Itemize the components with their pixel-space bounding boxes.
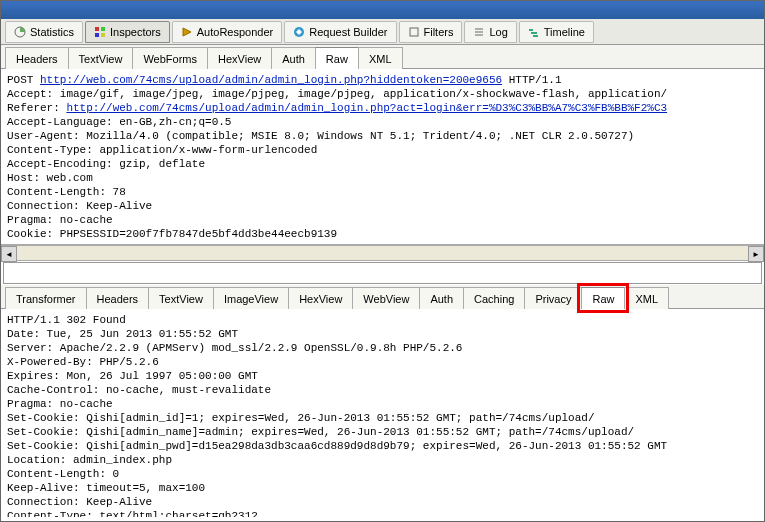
resp-tab-xml[interactable]: XML <box>624 287 669 309</box>
resp-tab-headers[interactable]: Headers <box>86 287 150 309</box>
request-raw-panel[interactable]: POST http://web.com/74cms/upload/admin/a… <box>1 69 764 245</box>
resp-tab-privacy[interactable]: Privacy <box>524 287 582 309</box>
resp-tab-headers-label: Headers <box>97 293 139 305</box>
req-tab-raw[interactable]: Raw <box>315 47 359 69</box>
resp-tab-textview[interactable]: TextView <box>148 287 214 309</box>
tab-autoresponder[interactable]: AutoResponder <box>172 21 282 43</box>
resp-expires: Expires: Mon, 26 Jul 1997 05:00:00 GMT <box>7 370 258 382</box>
svg-rect-12 <box>533 35 538 37</box>
timeline-icon <box>528 26 540 38</box>
resp-tab-imageview[interactable]: ImageView <box>213 287 289 309</box>
resp-tab-transformer-label: Transformer <box>16 293 76 305</box>
tab-autoresponder-label: AutoResponder <box>197 26 273 38</box>
filters-icon <box>408 26 420 38</box>
req-tab-textview[interactable]: TextView <box>68 47 134 69</box>
request-method: POST <box>7 74 40 86</box>
resp-tab-auth-label: Auth <box>430 293 453 305</box>
resp-tab-raw-label: Raw <box>592 293 614 305</box>
resp-tab-xml-label: XML <box>635 293 658 305</box>
svg-rect-11 <box>531 32 537 34</box>
stats-icon <box>14 26 26 38</box>
svg-rect-3 <box>95 33 99 37</box>
tab-log-label: Log <box>489 26 507 38</box>
resp-setcookie2: Set-Cookie: Qishi[admin_name]=admin; exp… <box>7 426 634 438</box>
svg-rect-6 <box>410 28 418 36</box>
resp-cachecontrol: Cache-Control: no-cache, must-revalidate <box>7 384 271 396</box>
req-tab-textview-label: TextView <box>79 53 123 65</box>
resp-contenttype: Content-Type: text/html;charset=gb2312 <box>7 510 258 517</box>
resp-connection: Connection: Keep-Alive <box>7 496 152 508</box>
svg-rect-2 <box>101 27 105 31</box>
tab-statistics[interactable]: Statistics <box>5 21 83 43</box>
req-tab-auth[interactable]: Auth <box>271 47 316 69</box>
tab-timeline-label: Timeline <box>544 26 585 38</box>
req-tab-webforms[interactable]: WebForms <box>132 47 208 69</box>
request-url-link[interactable]: http://web.com/74cms/upload/admin/admin_… <box>40 74 502 86</box>
resp-tab-auth[interactable]: Auth <box>419 287 464 309</box>
response-raw-panel[interactable]: HTTP/1.1 302 Found Date: Tue, 25 Jun 201… <box>1 309 764 517</box>
resp-tab-privacy-label: Privacy <box>535 293 571 305</box>
autoresponder-icon <box>181 26 193 38</box>
resp-contentlength: Content-Length: 0 <box>7 468 119 480</box>
resp-status: HTTP/1.1 302 Found <box>7 314 126 326</box>
req-tab-hexview-label: HexView <box>218 53 261 65</box>
horizontal-scrollbar[interactable]: ◄ ► <box>1 245 764 261</box>
resp-tab-imageview-label: ImageView <box>224 293 278 305</box>
req-tab-raw-label: Raw <box>326 53 348 65</box>
scroll-left-button[interactable]: ◄ <box>1 246 17 262</box>
tab-filters-label: Filters <box>424 26 454 38</box>
req-content-type: Content-Type: application/x-www-form-url… <box>7 144 317 156</box>
resp-tab-webview[interactable]: WebView <box>352 287 420 309</box>
resp-location: Location: admin_index.php <box>7 454 172 466</box>
resp-pragma: Pragma: no-cache <box>7 398 113 410</box>
req-tab-auth-label: Auth <box>282 53 305 65</box>
response-tab-bar: Transformer Headers TextView ImageView H… <box>1 285 764 309</box>
resp-keepalive: Keep-Alive: timeout=5, max=100 <box>7 482 205 494</box>
resp-tab-caching-label: Caching <box>474 293 514 305</box>
req-pragma: Pragma: no-cache <box>7 214 113 226</box>
request-tab-bar: Headers TextView WebForms HexView Auth R… <box>1 45 764 69</box>
inspectors-icon <box>94 26 106 38</box>
request-builder-icon <box>293 26 305 38</box>
resp-xpoweredby: X-Powered-By: PHP/5.2.6 <box>7 356 159 368</box>
req-accept-language: Accept-Language: en-GB,zh-cn;q=0.5 <box>7 116 231 128</box>
resp-tab-textview-label: TextView <box>159 293 203 305</box>
req-user-agent: User-Agent: Mozilla/4.0 (compatible; MSI… <box>7 130 634 142</box>
resp-tab-hexview[interactable]: HexView <box>288 287 353 309</box>
resp-tab-transformer[interactable]: Transformer <box>5 287 87 309</box>
req-referer-url[interactable]: http://web.com/74cms/upload/admin/admin_… <box>66 102 667 114</box>
scroll-track[interactable] <box>17 246 748 260</box>
scroll-right-button[interactable]: ► <box>748 246 764 262</box>
resp-date: Date: Tue, 25 Jun 2013 01:55:52 GMT <box>7 328 238 340</box>
req-tab-headers-label: Headers <box>16 53 58 65</box>
req-referer-label: Referer: <box>7 102 66 114</box>
log-icon <box>473 26 485 38</box>
resp-tab-caching[interactable]: Caching <box>463 287 525 309</box>
tab-log[interactable]: Log <box>464 21 516 43</box>
req-cookie: Cookie: PHPSESSID=200f7fb7847de5bf4dd3be… <box>7 228 337 240</box>
req-tab-headers[interactable]: Headers <box>5 47 69 69</box>
main-tab-bar: Statistics Inspectors AutoResponder Requ… <box>1 19 764 45</box>
tab-timeline[interactable]: Timeline <box>519 21 594 43</box>
req-host: Host: web.com <box>7 172 93 184</box>
req-accept-encoding: Accept-Encoding: gzip, deflate <box>7 158 205 170</box>
request-protocol: HTTP/1.1 <box>502 74 561 86</box>
resp-tab-raw[interactable]: Raw <box>581 287 625 309</box>
tab-filters[interactable]: Filters <box>399 21 463 43</box>
req-tab-xml-label: XML <box>369 53 392 65</box>
req-connection: Connection: Keep-Alive <box>7 200 152 212</box>
svg-rect-1 <box>95 27 99 31</box>
title-bar <box>1 1 764 19</box>
req-tab-hexview[interactable]: HexView <box>207 47 272 69</box>
tab-statistics-label: Statistics <box>30 26 74 38</box>
quickexec-input[interactable] <box>3 262 762 284</box>
req-tab-xml[interactable]: XML <box>358 47 403 69</box>
tab-request-builder-label: Request Builder <box>309 26 387 38</box>
req-accept: Accept: image/gif, image/jpeg, image/pjp… <box>7 88 667 100</box>
tab-request-builder[interactable]: Request Builder <box>284 21 396 43</box>
resp-setcookie1: Set-Cookie: Qishi[admin_id]=1; expires=W… <box>7 412 595 424</box>
svg-rect-10 <box>529 29 533 31</box>
resp-server: Server: Apache/2.2.9 (APMServ) mod_ssl/2… <box>7 342 462 354</box>
tab-inspectors[interactable]: Inspectors <box>85 21 170 43</box>
req-content-length: Content-Length: 78 <box>7 186 126 198</box>
